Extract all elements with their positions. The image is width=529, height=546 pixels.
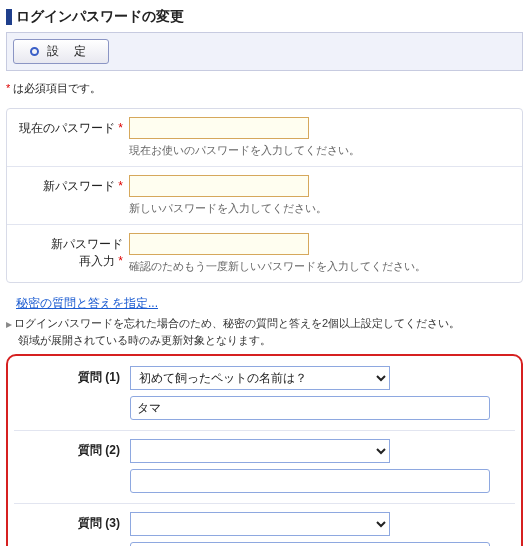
question-2-label: 質問 (2) xyxy=(18,439,130,459)
question-1-label: 質問 (1) xyxy=(18,366,130,386)
toolbar-panel: 設 定 xyxy=(6,32,523,71)
title-accent-bar xyxy=(6,9,12,25)
question-3-select[interactable] xyxy=(130,512,390,536)
question-1-answer-input[interactable] xyxy=(130,396,490,420)
row-confirm-password: 新パスワード 再入力 * 確認のためもう一度新しいパスワードを入力してください。 xyxy=(7,225,522,282)
hint-new-password: 新しいパスワードを入力してください。 xyxy=(129,201,512,216)
submit-icon xyxy=(30,47,39,56)
new-password-input[interactable] xyxy=(129,175,309,197)
submit-button[interactable]: 設 定 xyxy=(13,39,109,64)
label-confirm-password: 新パスワード 再入力 * xyxy=(17,233,129,270)
question-2-select[interactable] xyxy=(130,439,390,463)
secret-questions-link[interactable]: 秘密の質問と答えを指定... xyxy=(16,296,158,310)
questions-panel: 質問 (1) 初めて飼ったペットの名前は？ 質問 (2) 質問 (3) xyxy=(6,354,523,546)
page-title: ログインパスワードの変更 xyxy=(16,8,184,26)
confirm-password-input[interactable] xyxy=(129,233,309,255)
question-row-3: 質問 (3) xyxy=(14,504,515,546)
secret-info-text: ログインパスワードを忘れた場合のため、秘密の質問と答えを2個以上設定してください… xyxy=(14,316,460,331)
secret-sub-text: 領域が展開されている時のみ更新対象となります。 xyxy=(18,333,523,348)
secret-questions-header: 秘密の質問と答えを指定... xyxy=(6,295,523,312)
required-asterisk: * xyxy=(6,82,10,94)
submit-button-label: 設 定 xyxy=(47,43,92,60)
current-password-input[interactable] xyxy=(129,117,309,139)
row-new-password: 新パスワード * 新しいパスワードを入力してください。 xyxy=(7,167,522,225)
question-row-2: 質問 (2) xyxy=(14,431,515,504)
question-row-1: 質問 (1) 初めて飼ったペットの名前は？ xyxy=(14,358,515,431)
required-note-text: は必須項目です。 xyxy=(13,82,101,94)
title-row: ログインパスワードの変更 xyxy=(6,8,523,26)
hint-confirm-password: 確認のためもう一度新しいパスワードを入力してください。 xyxy=(129,259,512,274)
question-1-select[interactable]: 初めて飼ったペットの名前は？ xyxy=(130,366,390,390)
chevron-right-icon: ▸ xyxy=(6,317,12,331)
password-panel: 現在のパスワード * 現在お使いのパスワードを入力してください。 新パスワード … xyxy=(6,108,523,283)
row-current-password: 現在のパスワード * 現在お使いのパスワードを入力してください。 xyxy=(7,109,522,167)
label-new-password: 新パスワード * xyxy=(17,175,129,195)
label-current-password: 現在のパスワード * xyxy=(17,117,129,137)
hint-current-password: 現在お使いのパスワードを入力してください。 xyxy=(129,143,512,158)
secret-info-row: ▸ ログインパスワードを忘れた場合のため、秘密の質問と答えを2個以上設定してくだ… xyxy=(6,316,523,331)
question-2-answer-input[interactable] xyxy=(130,469,490,493)
question-3-answer-input[interactable] xyxy=(130,542,490,546)
question-3-label: 質問 (3) xyxy=(18,512,130,532)
required-note: * は必須項目です。 xyxy=(6,81,523,96)
